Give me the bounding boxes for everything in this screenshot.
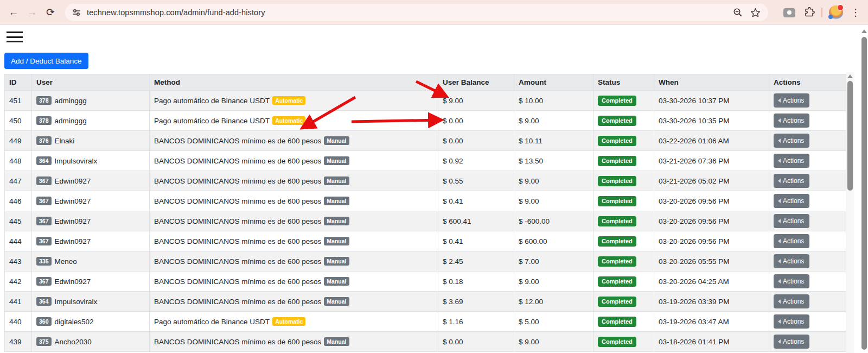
actions-button[interactable]: Actions (774, 274, 809, 288)
cell-amount: $ 600.00 (514, 231, 593, 251)
scroll-up-icon[interactable] (861, 29, 867, 33)
actions-button[interactable]: Actions (774, 194, 809, 208)
method-type-badge: Manual (324, 257, 349, 266)
table-row: 440 360digitales502 Pago automático de B… (5, 312, 846, 332)
cell-id: 446 (5, 191, 32, 211)
table-row: 448 364Impulsoviralx BANCOS DOMINICANOS … (5, 151, 846, 171)
caret-left-icon (778, 319, 781, 324)
actions-button[interactable]: Actions (774, 174, 809, 188)
cell-user: 378adminggg (32, 91, 150, 111)
table-row: 444 367Edwin0927 BANCOS DOMINICANOS míni… (5, 231, 846, 251)
cell-user-balance: $ 0.41 (438, 191, 514, 211)
reload-icon[interactable]: ⟳ (41, 3, 60, 22)
status-badge: Completed (598, 276, 636, 287)
method-text: BANCOS DOMINICANOS mínimo es de 600 peso… (154, 157, 321, 165)
url-text[interactable]: technew.topsmmshop.com/admin/fund-add-hi… (87, 8, 733, 17)
cell-id: 449 (5, 131, 32, 151)
actions-button[interactable]: Actions (774, 154, 809, 168)
cell-method: BANCOS DOMINICANOS mínimo es de 600 peso… (150, 231, 438, 251)
username: Impulsoviralx (55, 157, 98, 165)
table-row: 441 364Impulsoviralx BANCOS DOMINICANOS … (5, 292, 846, 312)
actions-button[interactable]: Actions (774, 134, 809, 148)
method-type-badge: Manual (324, 277, 349, 286)
cell-user-balance: $ 0.55 (438, 171, 514, 191)
method-text: Pago automático de Binance USDT (154, 318, 270, 326)
actions-button[interactable]: Actions (774, 294, 809, 308)
cell-user-balance: $ 600.41 (438, 211, 514, 231)
cell-status: Completed (593, 111, 654, 131)
table-row: 442 367Edwin0927 BANCOS DOMINICANOS míni… (5, 272, 846, 292)
method-type-badge: Manual (324, 177, 349, 186)
actions-button[interactable]: Actions (774, 93, 809, 108)
cell-user-balance: $ 1.16 (438, 312, 514, 332)
caret-left-icon (778, 159, 781, 163)
table-scrollbar-thumb[interactable] (847, 81, 853, 191)
username: Edwin0927 (55, 177, 91, 185)
caret-left-icon (778, 219, 781, 223)
cell-actions: Actions (769, 251, 846, 272)
url-bar[interactable]: technew.topsmmshop.com/admin/fund-add-hi… (65, 4, 768, 21)
method-type-badge: Automatic (272, 116, 305, 125)
back-arrow-icon[interactable]: ← (4, 3, 23, 22)
method-type-badge: Manual (324, 297, 349, 306)
actions-button[interactable]: Actions (774, 234, 809, 248)
cell-amount: $ 9.00 (514, 332, 593, 352)
bookmark-star-icon[interactable] (750, 8, 761, 18)
status-badge: Completed (598, 196, 636, 206)
cell-user-balance: $ 0.00 (438, 111, 514, 131)
cell-user: 367Edwin0927 (32, 211, 150, 231)
menu-dots-icon[interactable]: ⋮ (851, 7, 860, 18)
cell-method: BANCOS DOMINICANOS mínimo es de 600 peso… (150, 171, 438, 191)
table-scrollbar[interactable] (846, 72, 854, 353)
cell-method: BANCOS DOMINICANOS mínimo es de 600 peso… (150, 131, 438, 151)
status-badge: Completed (598, 176, 636, 186)
user-id-badge: 364 (36, 156, 52, 166)
cell-id: 450 (5, 111, 32, 131)
method-text: BANCOS DOMINICANOS mínimo es de 600 peso… (154, 137, 321, 145)
table-row: 445 367Edwin0927 BANCOS DOMINICANOS míni… (5, 211, 846, 231)
profile-avatar[interactable] (829, 5, 843, 20)
method-text: BANCOS DOMINICANOS mínimo es de 600 peso… (154, 338, 321, 346)
cell-user: 376Elnaki (32, 131, 150, 151)
cell-when: 03-30-2026 10:35 PM (654, 111, 769, 131)
cell-method: BANCOS DOMINICANOS mínimo es de 600 peso… (150, 211, 438, 231)
column-header: Method (150, 74, 438, 91)
cell-method: BANCOS DOMINICANOS mínimo es de 600 peso… (150, 151, 438, 171)
cell-actions: Actions (769, 111, 846, 131)
actions-button[interactable]: Actions (774, 254, 809, 268)
column-header: Actions (769, 74, 846, 91)
extensions-puzzle-icon[interactable] (804, 7, 815, 18)
zoom-out-icon[interactable] (733, 8, 743, 17)
cell-user-balance: $ 0.00 (438, 131, 514, 151)
status-badge: Completed (598, 96, 636, 106)
actions-button[interactable]: Actions (774, 335, 809, 349)
status-badge: Completed (598, 116, 636, 126)
camera-icon[interactable] (783, 8, 795, 17)
browser-scrollbar[interactable] (860, 25, 868, 353)
column-header: User Balance (438, 74, 514, 91)
browser-scrollbar-thumb[interactable] (861, 37, 867, 350)
scroll-up-icon[interactable] (847, 74, 853, 78)
cell-when: 03-21-2026 05:02 PM (654, 171, 769, 191)
add-deduct-balance-button[interactable]: Add / Deduct Balance (4, 53, 88, 69)
cell-status: Completed (593, 292, 654, 312)
sidebar-toggle-hamburger-icon[interactable] (7, 31, 23, 43)
cell-method: Pago automático de Binance USDTAutomatic (150, 111, 438, 131)
cell-amount: $ 9.00 (514, 111, 593, 131)
actions-button[interactable]: Actions (774, 214, 809, 228)
cell-actions: Actions (769, 211, 846, 231)
user-id-badge: 335 (36, 257, 52, 266)
site-settings-icon[interactable] (72, 8, 81, 17)
cell-id: 439 (5, 332, 32, 352)
actions-button[interactable]: Actions (774, 314, 809, 329)
method-type-badge: Manual (324, 217, 349, 226)
cell-actions: Actions (769, 191, 846, 211)
cell-when: 03-20-2026 09:56 PM (654, 231, 769, 251)
cell-when: 03-20-2026 04:25 AM (654, 272, 769, 292)
status-badge: Completed (598, 256, 636, 267)
cell-when: 03-18-2026 01:41 PM (654, 332, 769, 352)
actions-button[interactable]: Actions (774, 114, 809, 128)
cell-status: Completed (593, 151, 654, 171)
cell-amount: $ -600.00 (514, 211, 593, 231)
cell-user: 335Meneo (32, 251, 150, 272)
